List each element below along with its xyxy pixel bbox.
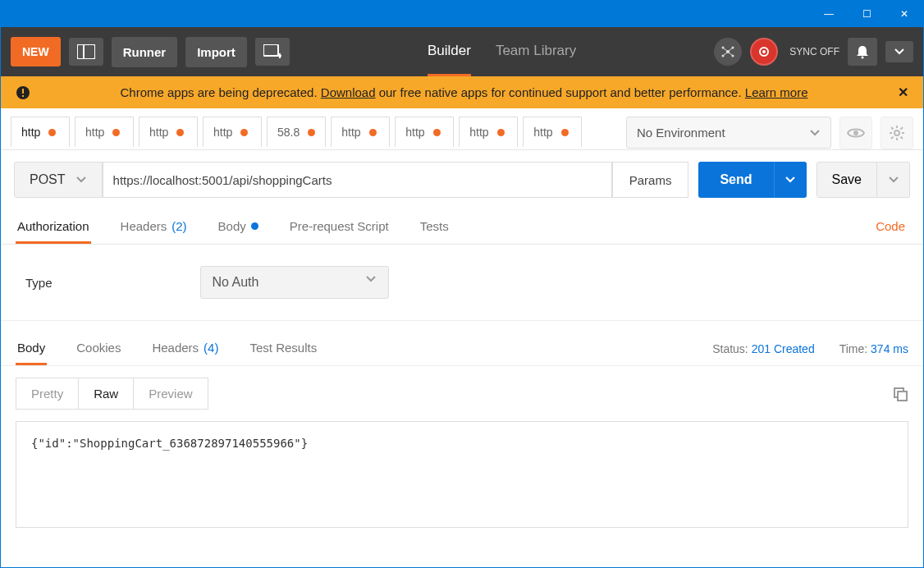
warning-icon bbox=[16, 85, 30, 100]
toolbar-right-cluster: SYNC OFF bbox=[714, 38, 913, 66]
svg-rect-19 bbox=[22, 95, 24, 97]
auth-type-label: Type bbox=[25, 276, 53, 290]
svg-line-28 bbox=[891, 137, 894, 140]
unsaved-dot-icon bbox=[561, 129, 569, 136]
gear-icon bbox=[889, 125, 905, 141]
new-button[interactable]: NEW bbox=[11, 37, 61, 66]
learn-more-link[interactable]: Learn more bbox=[745, 85, 808, 99]
tab-headers[interactable]: Headers (2) bbox=[119, 211, 189, 244]
close-button[interactable]: ✕ bbox=[885, 1, 923, 27]
tab-tests[interactable]: Tests bbox=[419, 211, 451, 244]
url-input[interactable]: https://localhost:5001/api/shoppingCarts bbox=[103, 162, 612, 198]
chevron-down-icon bbox=[75, 176, 87, 184]
auth-type-select[interactable]: No Auth bbox=[200, 266, 389, 299]
tab-builder[interactable]: Builder bbox=[428, 27, 471, 76]
tab-authorization[interactable]: Authorization bbox=[16, 211, 91, 244]
copy-response-button[interactable] bbox=[892, 386, 908, 402]
response-tab-tests[interactable]: Test Results bbox=[248, 332, 318, 365]
banner-close-button[interactable]: ✕ bbox=[898, 85, 908, 100]
response-view-tabs: Pretty Raw Preview bbox=[1, 366, 923, 421]
chevron-down-icon bbox=[809, 129, 821, 137]
request-config-tabs: Authorization Headers (2) Body Pre-reque… bbox=[1, 206, 923, 245]
send-button[interactable]: Send bbox=[698, 162, 773, 198]
unsaved-dot-icon bbox=[369, 129, 377, 136]
view-pretty[interactable]: Pretty bbox=[16, 378, 79, 410]
sync-label: SYNC OFF bbox=[789, 46, 839, 57]
tab-body[interactable]: Body bbox=[217, 211, 260, 244]
unsaved-dot-icon bbox=[176, 129, 184, 136]
svg-point-20 bbox=[853, 131, 858, 135]
eye-icon bbox=[847, 127, 865, 139]
request-tab[interactable]: http bbox=[331, 117, 390, 147]
svg-rect-2 bbox=[263, 44, 278, 56]
response-tab-headers[interactable]: Headers (4) bbox=[150, 332, 220, 365]
response-tabs: Body Cookies Headers (4) Test Results St… bbox=[1, 321, 923, 366]
new-tab-button[interactable] bbox=[255, 38, 290, 66]
svg-rect-0 bbox=[77, 44, 95, 59]
response-status: Status: 201 Created Time: 374 ms bbox=[712, 342, 908, 355]
svg-rect-18 bbox=[22, 89, 24, 94]
environment-select[interactable]: No Environment bbox=[626, 117, 831, 149]
view-preview[interactable]: Preview bbox=[133, 378, 208, 410]
svg-point-15 bbox=[762, 50, 766, 53]
send-options-button[interactable] bbox=[774, 162, 807, 198]
copy-icon bbox=[892, 386, 908, 402]
auth-row: Type No Auth bbox=[1, 245, 923, 321]
window-titlebar: — ☐ ✕ bbox=[1, 1, 923, 27]
unsaved-dot-icon bbox=[48, 129, 56, 136]
svg-point-16 bbox=[862, 57, 864, 59]
view-raw[interactable]: Raw bbox=[78, 378, 134, 410]
request-tab[interactable]: http bbox=[139, 117, 198, 147]
request-tab[interactable]: http bbox=[395, 117, 454, 147]
svg-line-29 bbox=[901, 127, 903, 130]
main-nav-tabs: Builder Team Library bbox=[298, 27, 706, 76]
unsaved-dot-icon bbox=[240, 129, 248, 136]
settings-dropdown[interactable] bbox=[885, 41, 913, 62]
code-link[interactable]: Code bbox=[872, 211, 908, 244]
runner-button[interactable]: Runner bbox=[112, 37, 178, 67]
body-indicator-icon bbox=[251, 222, 258, 230]
svg-line-12 bbox=[723, 52, 728, 56]
request-tab[interactable]: http bbox=[203, 117, 262, 147]
environment-settings-button[interactable] bbox=[881, 117, 913, 149]
sync-status-icon[interactable] bbox=[750, 38, 778, 66]
request-tab[interactable]: http bbox=[459, 117, 518, 147]
http-method-select[interactable]: POST bbox=[14, 162, 103, 198]
download-link[interactable]: Download bbox=[321, 85, 376, 99]
response-tab-body[interactable]: Body bbox=[16, 332, 47, 365]
deprecation-banner: Chrome apps are being deprecated. Downlo… bbox=[1, 76, 923, 108]
unsaved-dot-icon bbox=[497, 129, 505, 136]
request-tab[interactable]: http bbox=[11, 117, 70, 147]
svg-point-21 bbox=[894, 131, 899, 135]
unsaved-dot-icon bbox=[308, 129, 315, 136]
response-tab-cookies[interactable]: Cookies bbox=[75, 332, 122, 365]
request-row: POST https://localhost:5001/api/shopping… bbox=[1, 150, 923, 206]
request-tabs: http http http http 58.8 http http http … bbox=[11, 117, 618, 147]
request-tabs-row: http http http http 58.8 http http http … bbox=[1, 108, 923, 150]
save-options-button[interactable] bbox=[877, 162, 910, 198]
unsaved-dot-icon bbox=[433, 129, 441, 136]
interceptor-icon[interactable] bbox=[714, 38, 742, 66]
import-button[interactable]: Import bbox=[185, 37, 247, 67]
unsaved-dot-icon bbox=[112, 129, 120, 136]
environment-preview-button[interactable] bbox=[839, 117, 872, 149]
svg-line-13 bbox=[728, 52, 733, 56]
tab-team-library[interactable]: Team Library bbox=[496, 27, 576, 76]
status-value: 201 Created bbox=[752, 342, 815, 355]
svg-line-10 bbox=[723, 48, 728, 52]
response-body[interactable]: {"id":"ShoppingCart_636872897140555966"} bbox=[16, 421, 908, 528]
save-button[interactable]: Save bbox=[817, 162, 877, 198]
tab-prerequest[interactable]: Pre-request Script bbox=[288, 211, 391, 244]
chevron-down-icon bbox=[365, 275, 377, 283]
request-tab[interactable]: http bbox=[75, 117, 134, 147]
params-button[interactable]: Params bbox=[612, 162, 689, 198]
layout-toggle-button[interactable] bbox=[69, 38, 103, 66]
time-value: 374 ms bbox=[871, 342, 908, 355]
request-tab[interactable]: 58.8 bbox=[267, 117, 326, 147]
maximize-button[interactable]: ☐ bbox=[848, 1, 885, 27]
banner-message: Chrome apps are being deprecated. Downlo… bbox=[39, 85, 890, 99]
app-toolbar: NEW Runner Import Builder Team Library S… bbox=[1, 27, 923, 76]
request-tab[interactable]: http bbox=[523, 117, 582, 147]
minimize-button[interactable]: — bbox=[810, 1, 848, 27]
notifications-button[interactable] bbox=[848, 38, 877, 66]
